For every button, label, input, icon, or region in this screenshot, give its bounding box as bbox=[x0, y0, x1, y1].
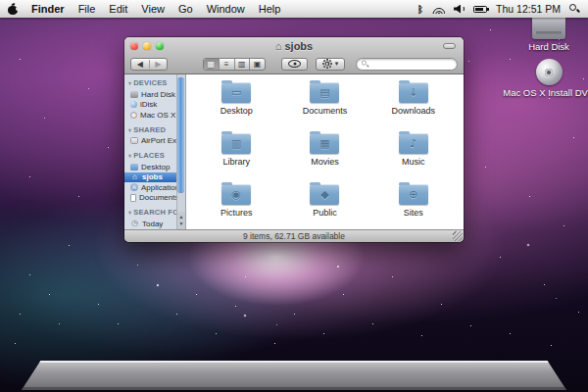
eye-icon bbox=[288, 60, 301, 68]
download-arrow-glyph: ↓ bbox=[399, 82, 428, 103]
desktop-icon-hard-disk[interactable]: Hard Disk bbox=[529, 16, 568, 52]
view-mode-control: ▦ ≡ ▥ ▣ bbox=[203, 58, 266, 71]
dock: @ 25 ♪ bbox=[0, 349, 588, 392]
applications-icon: A bbox=[130, 183, 138, 191]
minimize-button[interactable] bbox=[143, 42, 151, 50]
sidebar-scrollbar-thumb[interactable] bbox=[177, 77, 184, 193]
status-bar: 9 items, 62.71 GB available bbox=[124, 229, 464, 242]
volume-icon[interactable] bbox=[454, 5, 465, 14]
disc-icon bbox=[130, 112, 137, 119]
folder-icon: ▤ bbox=[310, 82, 339, 103]
folder-icon: ⊕ bbox=[399, 184, 428, 205]
resize-grip[interactable] bbox=[453, 231, 463, 241]
home-icon: ⌂ bbox=[130, 173, 139, 181]
folder-desktop[interactable]: ▭ Desktop bbox=[192, 79, 280, 122]
menu-help[interactable]: Help bbox=[259, 3, 281, 15]
search-field[interactable] bbox=[356, 58, 458, 71]
install-dvd-label: Mac OS X Install DVD bbox=[503, 87, 588, 98]
list-view-button[interactable]: ≡ bbox=[219, 59, 234, 70]
quick-look-button[interactable] bbox=[281, 58, 308, 71]
display-glyph: ▭ bbox=[221, 82, 251, 103]
menu-view[interactable]: View bbox=[141, 3, 165, 15]
film-glyph: ▦ bbox=[310, 133, 339, 154]
folder-icon: ▥ bbox=[221, 133, 251, 154]
window-title: ⌂sjobs bbox=[124, 40, 464, 52]
folder-icon: ◉ bbox=[221, 184, 251, 205]
folder-icon: ▦ bbox=[310, 133, 339, 154]
back-forward-control: ◀ ▶ bbox=[130, 58, 168, 71]
folder-public[interactable]: ◆ Public bbox=[280, 181, 368, 223]
music-note-glyph: ♪ bbox=[399, 133, 428, 154]
spotlight-icon[interactable] bbox=[569, 4, 580, 15]
columns-glyph: ▥ bbox=[221, 133, 251, 154]
clock-icon: ◷ bbox=[130, 220, 139, 227]
folder-icon: ♪ bbox=[399, 133, 428, 154]
coverflow-view-button[interactable]: ▣ bbox=[249, 59, 265, 70]
icon-view-button[interactable]: ▦ bbox=[204, 59, 219, 70]
folder-downloads[interactable]: ↓ Downloads bbox=[369, 79, 458, 122]
sidebar: ▾ DEVICES Hard Disk iDisk Mac OS X I... … bbox=[124, 74, 186, 229]
menu-file[interactable]: File bbox=[78, 3, 96, 15]
folder-view[interactable]: ▭ Desktop ▤ Documents ↓ Downloads ▥ Libr… bbox=[186, 74, 464, 229]
toolbar-toggle-pill[interactable] bbox=[443, 43, 456, 49]
folder-icon: ◆ bbox=[310, 184, 339, 205]
document-icon bbox=[130, 194, 136, 202]
folder-sites[interactable]: ⊕ Sites bbox=[369, 181, 458, 223]
column-view-button[interactable]: ▥ bbox=[234, 59, 250, 70]
title-bar[interactable]: ⌂sjobs bbox=[124, 37, 464, 54]
folder-icon: ↓ bbox=[399, 82, 428, 103]
scroll-down-icon[interactable]: ▼ bbox=[179, 220, 184, 227]
wifi-icon[interactable] bbox=[432, 4, 445, 14]
status-text: 9 items, 62.71 GB available bbox=[243, 231, 345, 241]
zoom-button[interactable] bbox=[156, 42, 164, 50]
desktop-icon-install-dvd[interactable]: Mac OS X Install DVD bbox=[495, 59, 588, 98]
apple-menu-icon[interactable] bbox=[8, 4, 18, 15]
disclosure-triangle-icon: ▾ bbox=[128, 209, 131, 216]
search-icon bbox=[362, 60, 368, 68]
disclosure-triangle-icon: ▾ bbox=[128, 79, 131, 86]
disclosure-triangle-icon: ▾ bbox=[128, 126, 131, 133]
desktop-icon bbox=[130, 164, 138, 171]
bluetooth-icon[interactable]: ᛒ bbox=[417, 4, 423, 15]
idisk-icon bbox=[130, 101, 137, 108]
folder-pictures[interactable]: ◉ Pictures bbox=[192, 181, 280, 223]
dock-shelf bbox=[22, 361, 566, 390]
battery-icon[interactable] bbox=[473, 6, 487, 13]
close-button[interactable] bbox=[130, 42, 138, 50]
folder-music[interactable]: ♪ Music bbox=[369, 130, 458, 172]
chevron-down-icon: ▾ bbox=[335, 60, 339, 68]
folder-library[interactable]: ▥ Library bbox=[192, 130, 280, 172]
globe-glyph: ⊕ bbox=[399, 184, 428, 205]
menu-bar-clock[interactable]: Thu 12:51 PM bbox=[496, 3, 561, 15]
menu-edit[interactable]: Edit bbox=[109, 3, 127, 15]
disclosure-triangle-icon: ▾ bbox=[128, 152, 131, 159]
menu-bar: Finder File Edit View Go Window Help ᛒ T… bbox=[0, 0, 588, 18]
action-button[interactable]: ▾ bbox=[316, 58, 345, 71]
home-icon: ⌂ bbox=[275, 40, 282, 52]
menu-window[interactable]: Window bbox=[207, 3, 245, 15]
hard-drive-icon bbox=[532, 16, 565, 39]
folder-icon: ▭ bbox=[221, 82, 251, 103]
back-button[interactable]: ◀ bbox=[131, 60, 149, 69]
forward-button[interactable]: ▶ bbox=[149, 60, 168, 69]
document-glyph: ▤ bbox=[310, 82, 339, 103]
toolbar: ◀ ▶ ▦ ≡ ▥ ▣ bbox=[124, 54, 464, 74]
hard-disk-label: Hard Disk bbox=[528, 41, 569, 52]
camera-lens-glyph: ◉ bbox=[221, 184, 251, 205]
finder-window: ⌂sjobs ◀ ▶ ▦ ≡ ▥ ▣ bbox=[124, 37, 464, 242]
search-input[interactable] bbox=[373, 59, 452, 69]
folder-movies[interactable]: ▦ Movies bbox=[280, 130, 368, 172]
dvd-disc-icon bbox=[536, 59, 563, 85]
menu-finder[interactable]: Finder bbox=[31, 3, 65, 15]
desktop: Finder File Edit View Go Window Help ᛒ T… bbox=[0, 0, 588, 392]
sidebar-scrollbar-arrows[interactable]: ▲ ▼ bbox=[176, 212, 185, 229]
gear-icon bbox=[322, 59, 332, 69]
folder-documents[interactable]: ▤ Documents bbox=[280, 79, 368, 122]
scroll-up-icon[interactable]: ▲ bbox=[179, 214, 184, 220]
hard-drive-icon bbox=[130, 91, 138, 98]
diamond-glyph: ◆ bbox=[310, 184, 339, 205]
airport-icon bbox=[130, 137, 138, 144]
menu-go[interactable]: Go bbox=[178, 3, 193, 15]
